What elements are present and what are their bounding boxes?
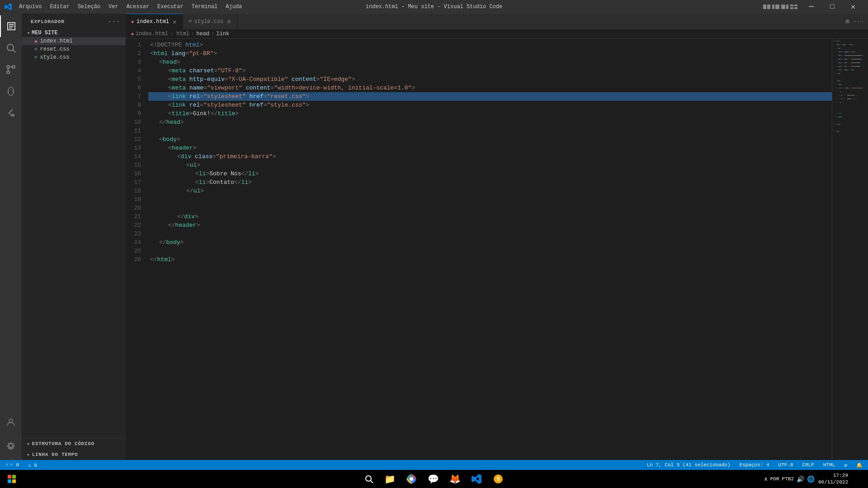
taskbar-search[interactable]	[361, 471, 377, 487]
menu-ajuda[interactable]: Ajuda	[222, 3, 245, 11]
code-line-24[interactable]: 24</body>	[126, 238, 832, 247]
close-button[interactable]: ✕	[843, 0, 863, 14]
format-icon-status[interactable]: ⇄	[842, 462, 849, 468]
taskbar-discord[interactable]: 💬	[424, 471, 442, 487]
code-line-26[interactable]: 26</html>	[126, 255, 832, 264]
menu-selecao[interactable]: Seleção	[74, 3, 104, 11]
layout-toggle-1[interactable]	[763, 5, 770, 9]
cursor-position-status[interactable]: Ln 7, Col 5 (41 selecionado)	[645, 462, 732, 468]
code-editor[interactable]: 1<!DOCTYPE html>2<html lang="pt-BR">3<he…	[126, 39, 832, 460]
language-indicator[interactable]: POR	[770, 476, 779, 482]
menu-acessar[interactable]: Acessar	[123, 3, 153, 11]
maximize-button[interactable]: □	[822, 0, 843, 14]
minimize-button[interactable]: ─	[801, 0, 822, 14]
menu-ver[interactable]: Ver	[105, 3, 122, 11]
indent-status[interactable]: Espaços: 4	[738, 462, 771, 468]
breadcrumb-sep-2: ›	[191, 31, 194, 37]
code-line-18[interactable]: 18</ul>	[126, 187, 832, 195]
system-tray-expand[interactable]: ∧	[764, 476, 768, 483]
outline-section-header[interactable]: ▸ Estrutura do Código	[22, 438, 126, 449]
activity-extensions[interactable]	[0, 102, 22, 124]
menu-arquivo[interactable]: Arquivo	[15, 3, 45, 11]
show-desktop-button[interactable]	[852, 471, 864, 487]
encoding-status[interactable]: UTF-8	[777, 462, 795, 468]
code-line-20[interactable]: 20	[126, 204, 832, 212]
sidebar-file-index-html[interactable]: ◆ index.html	[22, 37, 126, 45]
code-line-23[interactable]: 23	[126, 230, 832, 238]
line-number-17: 17	[126, 178, 148, 187]
activity-account[interactable]	[0, 411, 22, 433]
breadcrumb-item-1[interactable]: html	[175, 31, 189, 37]
taskbar-vscode[interactable]	[467, 471, 486, 487]
code-line-16[interactable]: 16<li>Sobre Nós</li>	[126, 169, 832, 178]
taskbar-clock[interactable]: 17:29 06/11/2022	[818, 472, 848, 486]
tab-style-css[interactable]: # style.css ✕	[183, 14, 237, 29]
code-line-6[interactable]: 6<meta name="viewport" content="width=de…	[126, 84, 832, 92]
breadcrumb-item-2[interactable]: head	[196, 31, 209, 37]
volume-icon[interactable]: 🔊	[797, 475, 804, 483]
code-line-12[interactable]: 12<body>	[126, 135, 832, 144]
code-line-10[interactable]: 10</head>	[126, 118, 832, 127]
code-line-22[interactable]: 22</header>	[126, 221, 832, 230]
code-line-8[interactable]: 8<link rel="stylesheet" href="style.css"…	[126, 101, 832, 109]
activity-settings[interactable]	[0, 435, 22, 456]
code-line-5[interactable]: 5<meta http-equiv="X-UA-Compatible" cont…	[126, 75, 832, 84]
code-line-11[interactable]: 11	[126, 127, 832, 135]
svg-line-22	[371, 481, 373, 483]
breadcrumb-item-3[interactable]: link	[216, 31, 229, 37]
network-icon[interactable]: 🌐	[807, 475, 815, 483]
line-ending-label: CRLF	[802, 462, 814, 468]
taskbar-chrome[interactable]	[402, 471, 420, 487]
menu-terminal[interactable]: Terminal	[188, 3, 222, 11]
sidebar-file-reset-css[interactable]: # reset.css	[22, 45, 126, 53]
breadcrumb-item-0[interactable]: index.html	[136, 31, 168, 37]
activity-search[interactable]	[0, 37, 22, 59]
activity-source-control[interactable]	[0, 59, 22, 80]
language-mode-status[interactable]: HTML	[821, 462, 837, 468]
code-line-3[interactable]: 3<head>	[126, 58, 832, 66]
svg-point-16	[9, 419, 13, 422]
tab-index-html[interactable]: ◆ index.html ✕	[126, 14, 183, 29]
keyboard-indicator[interactable]: PTB2	[782, 476, 794, 482]
taskbar-unknown-app[interactable]: S	[489, 471, 507, 487]
line-number-10: 10	[126, 118, 148, 127]
tab-close-0[interactable]: ✕	[172, 18, 177, 26]
code-line-21[interactable]: 21</div>	[126, 212, 832, 221]
sidebar-actions[interactable]: ···	[108, 18, 120, 25]
start-button[interactable]	[4, 471, 20, 487]
activity-debug[interactable]	[0, 80, 22, 102]
code-line-13[interactable]: 13<header>	[126, 144, 832, 152]
notifications-status[interactable]: 🔔	[854, 462, 864, 468]
line-content-14: <div class="primeira-barra">	[148, 152, 832, 161]
line-number-20: 20	[126, 204, 148, 212]
line-ending-status[interactable]: CRLF	[801, 462, 816, 468]
code-line-4[interactable]: 4<meta charset="UTF-8">	[126, 66, 832, 75]
code-line-1[interactable]: 1<!DOCTYPE html>	[126, 41, 832, 49]
code-line-15[interactable]: 15<ul>	[126, 161, 832, 169]
tab-close-1[interactable]: ✕	[226, 18, 231, 25]
menu-editar[interactable]: Editar	[46, 3, 73, 11]
sidebar-file-style-css[interactable]: # style.css	[22, 53, 126, 61]
split-editor-icon[interactable]: ⊞	[845, 18, 849, 25]
more-actions-icon[interactable]: ···	[853, 18, 864, 25]
layout-toggle-4[interactable]	[790, 5, 797, 9]
timeline-section-header[interactable]: ▸ Linha do Tempo	[22, 449, 126, 460]
code-line-19[interactable]: 19	[126, 195, 832, 204]
activity-explorer[interactable]	[0, 15, 22, 37]
code-line-9[interactable]: 9<title>Gink!</title>	[126, 109, 832, 118]
sidebar-project-folder[interactable]: ▾ MEU SITE	[22, 29, 126, 37]
svg-point-24	[410, 477, 413, 481]
code-line-25[interactable]: 25	[126, 247, 832, 255]
layout-toggle-3[interactable]	[781, 5, 788, 9]
code-line-14[interactable]: 14<div class="primeira-barra">	[126, 152, 832, 161]
git-branch-status[interactable]: ⑂ ⑂ 0	[4, 462, 21, 468]
taskbar-firefox[interactable]: 🦊	[446, 471, 464, 487]
breadcrumb-sep-1: ›	[170, 31, 173, 37]
error-warning-status[interactable]: ⚠ 0	[26, 462, 39, 468]
menu-executar[interactable]: Executar	[154, 3, 187, 11]
code-line-17[interactable]: 17<li>Contato</li>	[126, 178, 832, 187]
code-line-2[interactable]: 2<html lang="pt-BR">	[126, 49, 832, 58]
code-line-7[interactable]: 7<link rel="stylesheet" href="reset.css"…	[126, 92, 832, 101]
layout-toggle-2[interactable]	[772, 5, 779, 9]
taskbar-file-explorer[interactable]: 📁	[381, 471, 399, 487]
